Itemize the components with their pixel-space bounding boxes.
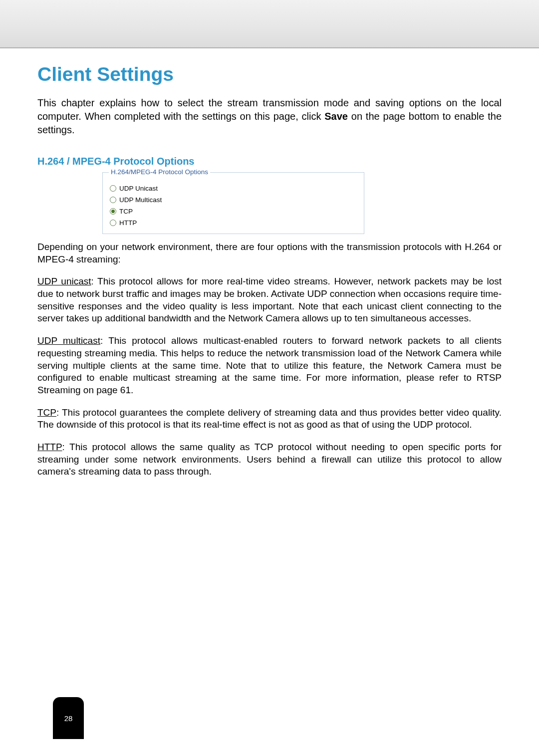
- document-page: Client Settings This chapter explains ho…: [0, 0, 539, 756]
- radio-icon: [110, 208, 116, 215]
- page-number: 28: [64, 714, 73, 723]
- header-band: [0, 0, 539, 47]
- radio-icon: [110, 220, 116, 226]
- option-label: HTTP: [119, 219, 137, 227]
- page-title: Client Settings: [37, 63, 502, 85]
- option-udp-unicast[interactable]: UDP Unicast: [110, 183, 357, 194]
- page-number-tab: 28: [53, 697, 84, 739]
- radio-icon: [110, 185, 116, 192]
- text-udp-unicast: : This protocol allows for more real-tim…: [37, 276, 502, 323]
- paragraph-http: HTTP: This protocol allows the same qual…: [37, 441, 502, 478]
- term-udp-unicast: UDP unicast: [37, 276, 91, 286]
- radio-icon: [110, 197, 116, 203]
- term-http: HTTP: [37, 442, 62, 452]
- section-heading-protocol-options: H.264 / MPEG-4 Protocol Options: [37, 156, 502, 167]
- option-label: UDP Multicast: [119, 196, 162, 204]
- option-udp-multicast[interactable]: UDP Multicast: [110, 194, 357, 206]
- fieldset-legend: H.264/MPEG-4 Protocol Options: [109, 168, 210, 176]
- text-tcp: : This protocol guarantees the complete …: [37, 407, 502, 430]
- intro-bold-save: Save: [324, 111, 348, 122]
- protocol-options-fieldset: H.264/MPEG-4 Protocol Options UDP Unicas…: [102, 172, 364, 234]
- paragraph-tcp: TCP: This protocol guarantees the comple…: [37, 407, 502, 431]
- term-tcp: TCP: [37, 407, 56, 418]
- fieldset-box: H.264/MPEG-4 Protocol Options UDP Unicas…: [102, 172, 364, 234]
- paragraph-udp-unicast: UDP unicast: This protocol allows for mo…: [37, 275, 502, 325]
- option-label: UDP Unicast: [119, 185, 158, 192]
- paragraph-udp-multicast: UDP multicast: This protocol allows mult…: [37, 335, 502, 396]
- option-http[interactable]: HTTP: [110, 217, 357, 229]
- page-content: Client Settings This chapter explains ho…: [0, 48, 539, 478]
- option-label: TCP: [119, 208, 133, 215]
- term-udp-multicast: UDP multicast: [37, 335, 100, 346]
- intro-paragraph: This chapter explains how to select the …: [37, 96, 502, 137]
- text-http: : This protocol allows the same quality …: [37, 442, 502, 477]
- option-tcp[interactable]: TCP: [110, 206, 357, 217]
- paragraph-lead: Depending on your network environment, t…: [37, 241, 502, 265]
- text-udp-multicast: : This protocol allows multicast-enabled…: [37, 335, 502, 395]
